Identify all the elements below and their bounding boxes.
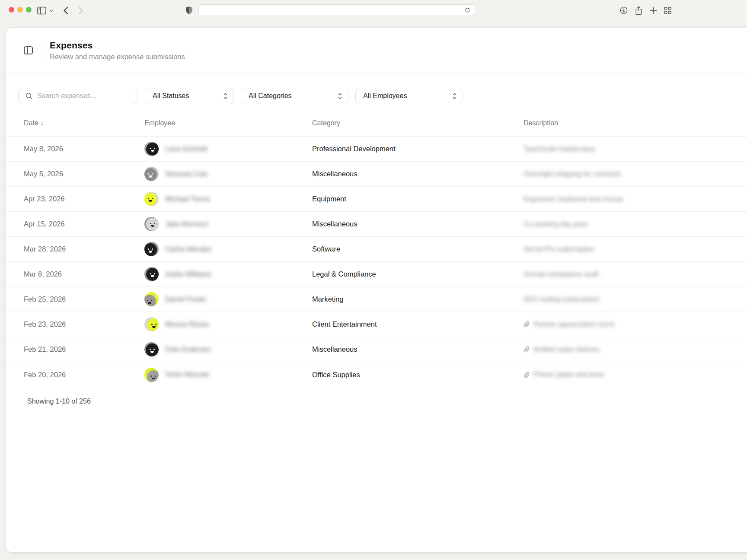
row-date: May 8, 2026 — [24, 145, 144, 153]
row-category: Client Entertainment — [312, 320, 524, 328]
avatar-core — [144, 243, 157, 256]
avatar-core — [146, 344, 159, 356]
column-header-category[interactable]: Category — [312, 119, 524, 127]
avatar — [144, 217, 159, 231]
chevron-right-icon — [78, 6, 83, 15]
search-input[interactable] — [37, 92, 132, 100]
status-filter-select[interactable]: All Statuses — [145, 88, 234, 104]
avatar-core — [147, 370, 159, 382]
avatar — [144, 267, 159, 281]
row-description: Ergonomic keyboard and mouse — [524, 195, 747, 203]
row-employee: Lena Schmidt — [144, 142, 312, 156]
employee-filter-value: All Employees — [363, 92, 407, 100]
avatar-core — [146, 268, 159, 281]
employee-name: Felix Andersen — [165, 346, 211, 353]
status-filter-value: All Statuses — [153, 92, 189, 100]
download-icon — [619, 6, 628, 15]
privacy-shield-icon[interactable] — [183, 5, 195, 16]
row-description-text: Bottled water delivery — [534, 346, 600, 353]
employee-name: Carlos Mendez — [165, 245, 212, 253]
window-zoom-button[interactable] — [26, 7, 32, 13]
forward-button[interactable] — [75, 5, 86, 16]
employee-name: Victor Mensah — [165, 371, 209, 379]
row-description: Overnight shipping for contracts — [524, 170, 747, 178]
row-description: Co-working day pass — [524, 220, 747, 228]
row-employee: Carlos Mendez — [144, 242, 312, 256]
row-date: Mar 8, 2026 — [24, 270, 144, 278]
row-category: Miscellaneous — [312, 220, 524, 228]
table-row[interactable]: Mar 8, 2026 Andre Williams Legal & Compl… — [6, 262, 747, 287]
row-description-text: Annual compliance audit — [524, 270, 599, 278]
row-employee: Vanessa Cole — [144, 167, 312, 181]
sort-desc-icon: ↓ — [40, 119, 44, 127]
column-header-description[interactable]: Description — [524, 119, 747, 127]
page-subtitle: Review and manage expense submissions — [50, 53, 185, 61]
pagination-status: Showing 1-10 of 256 — [6, 387, 747, 405]
table-row[interactable]: May 5, 2026 Vanessa Cole Miscellaneous O… — [6, 162, 747, 187]
search-box[interactable] — [18, 88, 138, 104]
row-employee: Michael Torres — [144, 192, 312, 206]
attachment-icon — [524, 321, 530, 328]
window-minimize-button[interactable] — [17, 7, 23, 13]
reload-icon[interactable] — [464, 7, 471, 13]
row-date: Apr 23, 2026 — [24, 195, 144, 203]
employee-filter-select[interactable]: All Employees — [355, 88, 463, 104]
back-button[interactable] — [60, 5, 71, 16]
table-row[interactable]: Mar 28, 2026 Carlos Mendez Software Verc… — [6, 237, 747, 262]
address-bar[interactable] — [198, 4, 475, 16]
table-row[interactable]: Feb 20, 2026 Victor Mensah Office Suppli… — [6, 362, 747, 387]
table-row[interactable]: Apr 15, 2026 Jake Morrison Miscellaneous… — [6, 212, 747, 237]
row-description: Bottled water delivery — [524, 346, 747, 353]
table-row[interactable]: Apr 23, 2026 Michael Torres Equipment Er… — [6, 187, 747, 212]
avatar — [144, 142, 159, 156]
tab-overview-button[interactable] — [662, 5, 673, 16]
sidebar-toggle-button[interactable] — [36, 5, 47, 16]
table-row[interactable]: May 8, 2026 Lena Schmidt Professional De… — [6, 137, 747, 162]
page-header: Expenses Review and manage expense submi… — [6, 28, 747, 73]
filter-bar: All Statuses All Categories All Employee… — [6, 73, 747, 104]
row-employee: Felix Andersen — [144, 342, 312, 356]
column-header-date[interactable]: Date↓ — [24, 119, 144, 127]
row-date: Mar 28, 2026 — [24, 245, 144, 253]
row-employee: Victor Mensah — [144, 368, 312, 382]
row-description-text: Printer paper and toner — [534, 371, 605, 379]
row-description-text: Ergonomic keyboard and mouse — [524, 195, 623, 203]
avatar — [144, 368, 159, 382]
table-row[interactable]: Feb 21, 2026 Felix Andersen Miscellaneou… — [6, 337, 747, 362]
table-row[interactable]: Feb 25, 2026 Daniel Foster Marketing SEO… — [6, 287, 747, 312]
employee-name: Lena Schmidt — [165, 145, 208, 153]
row-description-text: Co-working day pass — [524, 220, 588, 228]
grid-icon — [664, 6, 672, 15]
new-tab-button[interactable] — [648, 5, 659, 16]
avatar — [144, 317, 159, 331]
row-description-text: Overnight shipping for contracts — [524, 170, 621, 178]
employee-name: Daniel Foster — [165, 296, 206, 303]
sidebar-menu-chevron[interactable] — [48, 5, 55, 16]
row-category: Miscellaneous — [312, 170, 524, 178]
row-description: TypeScript masterclass — [524, 145, 747, 153]
page-title: Expenses — [50, 40, 185, 51]
employee-name: Vanessa Cole — [165, 170, 208, 178]
share-icon — [635, 6, 643, 15]
table-row[interactable]: Feb 23, 2026 Monica Reyes Client Enterta… — [6, 312, 747, 337]
row-category: Miscellaneous — [312, 345, 524, 353]
category-filter-select[interactable]: All Categories — [241, 88, 348, 104]
panel-toggle-button[interactable] — [24, 46, 33, 54]
window-close-button[interactable] — [9, 7, 14, 13]
share-button[interactable] — [633, 5, 644, 16]
column-header-employee[interactable]: Employee — [144, 119, 312, 127]
downloads-button[interactable] — [618, 5, 629, 16]
row-employee: Daniel Foster — [144, 292, 312, 306]
attachment-icon — [524, 346, 530, 353]
search-icon — [26, 92, 33, 100]
chevron-up-down-icon — [452, 92, 457, 100]
row-category: Equipment — [312, 195, 524, 203]
row-category: Office Supplies — [312, 371, 524, 379]
row-category: Software — [312, 245, 524, 253]
row-employee: Monica Reyes — [144, 317, 312, 331]
row-description: Printer paper and toner — [524, 371, 747, 379]
chevron-up-down-icon — [338, 92, 342, 100]
attachment-icon — [524, 372, 530, 378]
header-divider — [42, 40, 42, 61]
avatar-core — [144, 295, 156, 306]
